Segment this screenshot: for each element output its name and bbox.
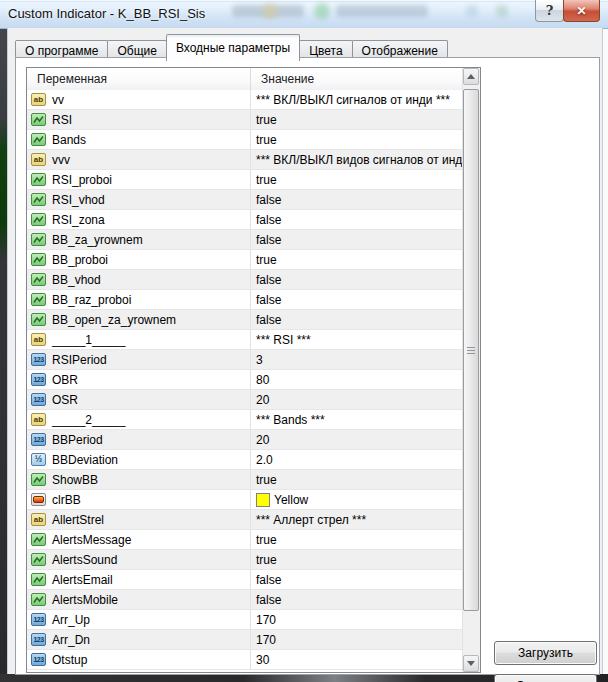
value-cell[interactable]: Yellow [251, 490, 463, 509]
table-row[interactable]: 123 OSR 20 [27, 390, 463, 410]
value-cell[interactable]: true [251, 530, 463, 549]
table-row[interactable]: ab vvv *** ВКЛ/ВЫКЛ видов сигналов от ин… [27, 150, 463, 170]
value-cell[interactable]: *** ВКЛ/ВЫКЛ видов сигналов от инди ... [251, 150, 463, 169]
value-cell[interactable]: 20 [251, 390, 463, 409]
variable-cell: ab vvv [27, 150, 251, 169]
table-row[interactable]: AlertsMessage true [27, 530, 463, 550]
variable-value: true [256, 473, 277, 487]
value-cell[interactable]: 30 [251, 650, 463, 669]
table-row[interactable]: 123 BBPeriod 20 [27, 430, 463, 450]
table-row[interactable]: BB_vhod false [27, 270, 463, 290]
thumb-grip-icon [467, 347, 475, 354]
variable-value: 3 [256, 353, 263, 367]
value-cell[interactable]: false [251, 190, 463, 209]
table-row[interactable]: Bands true [27, 130, 463, 150]
table-row[interactable]: AlertsEmail false [27, 570, 463, 590]
value-cell[interactable]: *** RSI *** [251, 330, 463, 349]
load-button[interactable]: Загрузить [494, 641, 597, 665]
table-row[interactable]: ab _____1_____ *** RSI *** [27, 330, 463, 350]
variable-name: ShowBB [52, 473, 98, 487]
variable-cell: ShowBB [27, 470, 251, 489]
variable-value: false [256, 193, 281, 207]
value-cell[interactable]: false [251, 270, 463, 289]
table-row[interactable]: RSI_vhod false [27, 190, 463, 210]
dialog-body: О программеОбщиеВходные параметрыЦветаОт… [7, 28, 603, 674]
bool-type-icon [31, 593, 46, 606]
scrollbar-thumb[interactable] [463, 89, 479, 611]
table-row[interactable]: BB_open_za_yrownem false [27, 310, 463, 330]
value-cell[interactable]: 170 [251, 630, 463, 649]
table-row[interactable]: ab _____2_____ *** Bands *** [27, 410, 463, 430]
table-row[interactable]: ½ BBDeviation 2.0 [27, 450, 463, 470]
string-type-icon: ab [31, 153, 46, 166]
variable-cell: ab AllertStrel [27, 510, 251, 529]
table-row[interactable]: 123 Otstup 30 [27, 650, 463, 670]
scroll-up-button[interactable] [463, 68, 479, 85]
scroll-down-button[interactable] [463, 655, 479, 672]
table-row[interactable]: ShowBB true [27, 470, 463, 490]
table-row[interactable]: BB_raz_proboi false [27, 290, 463, 310]
column-header-value[interactable]: Значение [251, 68, 463, 90]
table-scrollbar[interactable] [462, 68, 480, 672]
table-header: Переменная Значение [27, 68, 463, 91]
table-row[interactable]: AlertsMobile false [27, 590, 463, 610]
value-cell[interactable]: *** ВКЛ/ВЫКЛ сигналов от инди *** [251, 90, 463, 109]
value-cell[interactable]: true [251, 110, 463, 129]
value-cell[interactable]: false [251, 230, 463, 249]
table-row[interactable]: clrBB Yellow [27, 490, 463, 510]
table-row[interactable]: BB_proboi true [27, 250, 463, 270]
value-cell[interactable]: true [251, 130, 463, 149]
value-cell[interactable]: false [251, 570, 463, 589]
value-cell[interactable]: false [251, 590, 463, 609]
string-type-icon: ab [31, 413, 46, 426]
variable-name: OSR [52, 393, 78, 407]
variable-name: BB_proboi [52, 253, 108, 267]
table-row[interactable]: RSI_proboi true [27, 170, 463, 190]
tab-3[interactable]: Входные параметры [166, 34, 300, 61]
value-cell[interactable]: *** Bands *** [251, 410, 463, 429]
variable-cell: AlertsMobile [27, 590, 251, 609]
value-cell[interactable]: true [251, 170, 463, 189]
variable-value: true [256, 553, 277, 567]
value-cell[interactable]: 2.0 [251, 450, 463, 469]
table-row[interactable]: 123 Arr_Dn 170 [27, 630, 463, 650]
variable-cell: AlertsSound [27, 550, 251, 569]
bool-type-icon [31, 273, 46, 286]
variable-name: BB_vhod [52, 273, 101, 287]
column-header-variable[interactable]: Переменная [27, 68, 251, 90]
value-cell[interactable]: false [251, 290, 463, 309]
table-row[interactable]: ab AllertStrel *** Аллерт стрел *** [27, 510, 463, 530]
bool-type-icon [31, 573, 46, 586]
variable-name: AlertsEmail [52, 573, 113, 587]
variable-cell: clrBB [27, 490, 251, 509]
value-cell[interactable]: true [251, 250, 463, 269]
value-cell[interactable]: 20 [251, 430, 463, 449]
value-cell[interactable]: true [251, 470, 463, 489]
save-button[interactable]: Сохранить [494, 674, 597, 682]
value-cell[interactable]: 170 [251, 610, 463, 629]
close-icon: ✕ [576, 4, 586, 18]
value-cell[interactable]: true [251, 550, 463, 569]
value-cell[interactable]: false [251, 210, 463, 229]
table-row[interactable]: BB_za_yrownem false [27, 230, 463, 250]
help-button[interactable]: ? [535, 0, 564, 22]
table-row[interactable]: RSI_zona false [27, 210, 463, 230]
value-cell[interactable]: 80 [251, 370, 463, 389]
table-row[interactable]: 123 Arr_Up 170 [27, 610, 463, 630]
table-row[interactable]: 123 RSIPeriod 3 [27, 350, 463, 370]
variable-name: BBPeriod [52, 433, 103, 447]
parameters-table: Переменная Значение ab vv *** ВКЛ/ВЫКЛ с… [26, 67, 481, 673]
variable-name: AllertStrel [52, 513, 104, 527]
table-row[interactable]: RSI true [27, 110, 463, 130]
value-cell[interactable]: false [251, 310, 463, 329]
variable-value: false [256, 233, 281, 247]
table-row[interactable]: 123 OBR 80 [27, 370, 463, 390]
value-cell[interactable]: 3 [251, 350, 463, 369]
value-cell[interactable]: *** Аллерт стрел *** [251, 510, 463, 529]
close-button[interactable]: ✕ [563, 0, 600, 22]
table-row[interactable]: ab vv *** ВКЛ/ВЫКЛ сигналов от инди *** [27, 90, 463, 110]
variable-value: *** ВКЛ/ВЫКЛ сигналов от инди *** [256, 93, 450, 107]
variable-cell: BB_vhod [27, 270, 251, 289]
table-row[interactable]: AlertsSound true [27, 550, 463, 570]
variable-value: Yellow [274, 493, 308, 507]
